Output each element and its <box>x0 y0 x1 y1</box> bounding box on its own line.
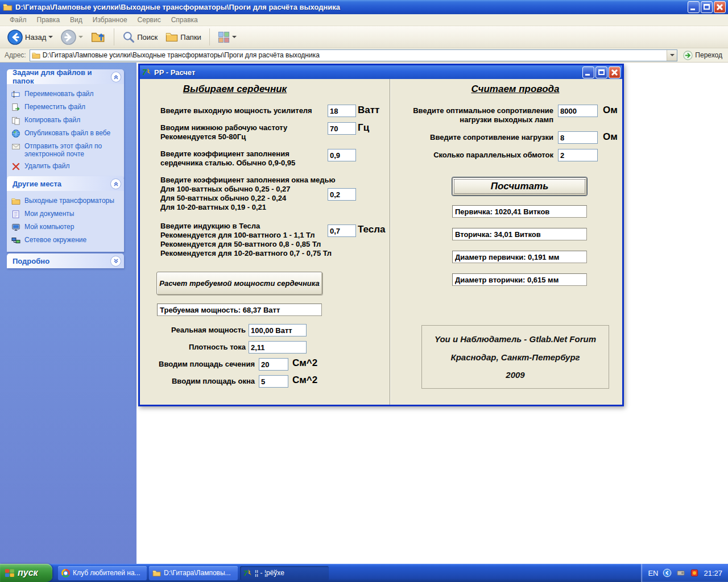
taskbar-task-pp-calc[interactable]: ¦¦ - ¦рёўхе <box>240 566 329 580</box>
parallel-windings-input[interactable] <box>558 149 598 161</box>
menu-help[interactable]: Справка <box>166 16 203 24</box>
back-dropdown-icon <box>48 36 53 38</box>
file-tasks-header[interactable]: Задачи для файлов и папок <box>7 69 124 84</box>
current-density-input[interactable] <box>249 341 307 354</box>
tesla-unit: Тесла <box>358 224 385 235</box>
sidebar-item-label: Копировать файл <box>24 116 80 124</box>
hz-unit: Гц <box>358 122 369 134</box>
menu-file[interactable]: Файл <box>5 16 32 24</box>
sidebar-item-move[interactable]: Переместить файл <box>11 103 122 112</box>
dialog-minimize-button[interactable] <box>582 66 594 78</box>
folder-icon <box>11 197 20 206</box>
sidebar-item-label: Мой компьютер <box>24 223 74 231</box>
file-tasks-title: Задачи для файлов и папок <box>13 68 111 85</box>
output-power-input[interactable] <box>328 105 356 117</box>
induction-input[interactable] <box>328 225 356 237</box>
sidebar-item-my-computer[interactable]: Мой компьютер <box>11 223 122 232</box>
sidebar-item-copy[interactable]: Копировать файл <box>11 116 122 125</box>
calculate-button[interactable]: Посчитать <box>452 177 587 196</box>
views-button[interactable] <box>215 30 239 44</box>
primary-diameter-output: Диаметр первички: 0,191 мм <box>452 251 587 263</box>
load-resistance-input[interactable] <box>558 131 598 144</box>
induction-label: Введите индукцию в Тесла Рекомендуется д… <box>160 222 332 258</box>
sidebar-item-my-documents[interactable]: Мои документы <box>11 210 122 219</box>
windows-flag-icon <box>5 568 15 578</box>
close-button[interactable] <box>714 1 726 13</box>
hide-icons-chevron-icon[interactable] <box>663 568 672 577</box>
sidebar-item-rename[interactable]: Переименовать файл <box>11 90 122 99</box>
menu-bar: Файл Правка Вид Избранное Сервис Справка <box>0 14 728 26</box>
folder-icon <box>3 2 13 12</box>
optimal-resistance-input[interactable] <box>558 105 598 117</box>
forward-button[interactable] <box>58 28 86 46</box>
taskbar-task-explorer[interactable]: D:\Гитара\Ламповы... <box>149 566 238 580</box>
menu-favorites[interactable]: Избранное <box>88 16 133 24</box>
calc-core-power-button[interactable]: Расчет требуемой мощности сердечника <box>156 272 322 295</box>
tray-antivirus-icon[interactable] <box>690 568 699 577</box>
language-indicator[interactable]: EN <box>648 569 658 577</box>
forward-dropdown-icon <box>78 36 83 38</box>
start-button[interactable]: пуск <box>0 564 52 582</box>
current-density-label: Плотность тока <box>160 343 246 352</box>
toolbar-separator <box>114 28 114 45</box>
steel-fill-input[interactable] <box>328 149 356 161</box>
folders-label: Папки <box>180 33 201 41</box>
minimize-button[interactable] <box>688 1 700 13</box>
maximize-icon <box>598 69 605 75</box>
copper-fill-label: Введите коэффициент заполнения окна медь… <box>160 176 336 212</box>
expand-button[interactable] <box>110 256 121 267</box>
forward-icon <box>61 30 76 45</box>
frequency-input[interactable] <box>328 122 356 135</box>
mail-icon <box>11 142 20 151</box>
load-resistance-label: Введите сопротивление нагрузки <box>402 133 553 142</box>
ohm-unit: Ом <box>603 105 618 116</box>
details-header[interactable]: Подробно <box>7 253 124 268</box>
clock[interactable]: 21:27 <box>704 569 722 577</box>
sidebar-item-parent-folder[interactable]: Выходные трансформаторы <box>11 197 122 206</box>
menu-tools[interactable]: Сервис <box>133 16 166 24</box>
sidebar-item-network[interactable]: Сетевое окружение <box>11 236 122 245</box>
address-dropdown-button[interactable] <box>667 50 677 61</box>
required-power-output: Требуемая мощность: 68,37 Ватт <box>157 304 322 316</box>
real-power-input[interactable] <box>249 324 307 336</box>
section-area-label: Вводим площадь сечения <box>157 360 255 369</box>
globe-icon <box>11 129 20 138</box>
address-value: D:\Гитара\Ламповые усилки\Выходные транс… <box>43 51 665 59</box>
folders-icon <box>166 31 178 43</box>
window-title: D:\Гитара\Ламповые усилки\Выходные транс… <box>15 3 685 11</box>
taskbar-task-browser[interactable]: Клуб любителей на... <box>58 566 147 580</box>
menu-view[interactable]: Вид <box>65 16 88 24</box>
collapse-button[interactable] <box>111 72 121 82</box>
sidebar-item-publish[interactable]: Опубликовать файл в вебе <box>11 129 122 138</box>
sidebar-item-delete[interactable]: Удалить файл <box>11 162 122 171</box>
primary-turns-output: Первичка: 1020,41 Витков <box>452 205 587 218</box>
tray-device-icon[interactable] <box>676 568 685 577</box>
address-label: Адрес: <box>5 51 26 59</box>
details-title: Подробно <box>13 257 49 265</box>
maximize-button[interactable] <box>701 1 713 13</box>
window-area-input[interactable] <box>259 375 288 388</box>
collapse-button[interactable] <box>110 178 121 189</box>
up-button[interactable] <box>88 28 109 45</box>
file-tasks-panel: Задачи для файлов и папок Переименовать … <box>7 69 124 178</box>
app-seven-bolt-icon <box>142 68 151 77</box>
address-dropdown-icon <box>670 54 675 56</box>
menu-edit[interactable]: Правка <box>32 16 65 24</box>
dialog-close-button[interactable] <box>609 66 621 78</box>
search-button[interactable]: Поиск <box>119 30 160 44</box>
folders-button[interactable]: Папки <box>163 30 204 44</box>
section-area-input[interactable] <box>259 358 288 371</box>
copper-fill-input[interactable] <box>328 188 356 201</box>
address-input[interactable]: D:\Гитара\Ламповые усилки\Выходные транс… <box>30 49 678 61</box>
details-panel: Подробно <box>7 253 124 268</box>
dialog-maximize-button[interactable] <box>595 66 607 78</box>
search-icon <box>122 31 135 43</box>
optimal-resistance-label: Введите оптимальное сопротивление нагруз… <box>402 106 553 124</box>
steel-fill-label: Введите коэффициент заполнения сердечник… <box>160 149 295 168</box>
back-button[interactable]: Назад <box>5 28 56 46</box>
sidebar-item-email[interactable]: Отправить этот файл по электронной почте <box>11 142 122 158</box>
go-button[interactable]: Переход <box>681 50 726 61</box>
other-places-header[interactable]: Другие места <box>7 176 124 191</box>
other-places-panel: Другие места Выходные трансформаторы Мои… <box>7 176 124 252</box>
sidebar-item-label: Опубликовать файл в вебе <box>24 129 110 137</box>
